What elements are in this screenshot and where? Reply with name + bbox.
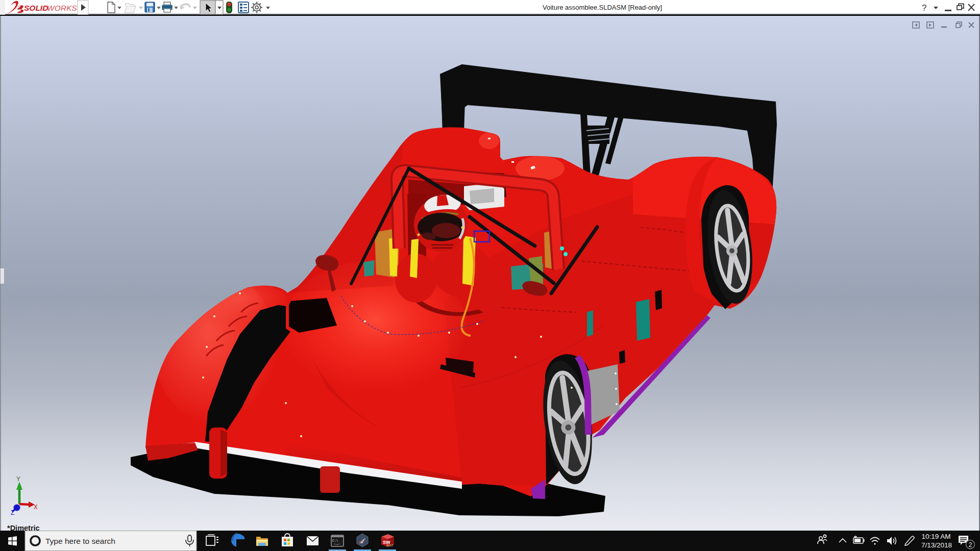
svg-text:C:\: C:\ xyxy=(332,539,338,543)
svg-text:10:19 AM: 10:19 AM xyxy=(921,533,950,540)
svg-text:SOLID: SOLID xyxy=(24,4,48,12)
svg-text:WORKS: WORKS xyxy=(47,4,77,12)
svg-text:2: 2 xyxy=(969,541,972,548)
svg-text:X: X xyxy=(34,504,38,511)
svg-text:7/13/2018: 7/13/2018 xyxy=(921,541,952,549)
svg-text:Type here to search: Type here to search xyxy=(45,537,115,545)
svg-text:Y: Y xyxy=(16,475,20,483)
svg-text:Z: Z xyxy=(11,510,14,517)
svg-text:?: ? xyxy=(922,3,926,13)
svg-text:2017: 2017 xyxy=(386,544,394,547)
